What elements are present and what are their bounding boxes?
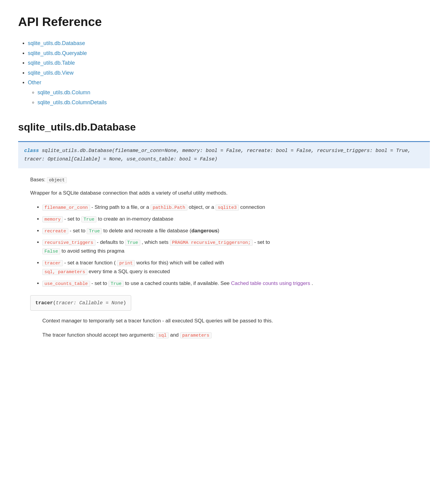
toc-link-view[interactable]: sqlite_utils.db.View (28, 70, 73, 76)
param-tracer: tracer - set a tracer function ( print w… (42, 259, 430, 276)
tracer-method-params: tracer: Callable = None (56, 300, 123, 306)
param-sqlite3: sqlite3 (216, 205, 239, 211)
param-filename-or-conn: filename_or_conn - String path to a file… (42, 203, 430, 212)
toc-link-other[interactable]: Other (28, 79, 41, 86)
toc-link-database[interactable]: sqlite_utils.db.Database (28, 40, 85, 46)
toc-item-view: sqlite_utils.db.View (28, 69, 430, 77)
database-section-heading: sqlite_utils.db.Database (18, 119, 430, 135)
param-use-counts-table: use_counts_table - set to True to use a … (42, 279, 430, 288)
param-name-recursive-triggers: recursive_triggers (42, 240, 96, 246)
tracer-arg-sql: sql (156, 332, 169, 338)
param-pathlib: pathlib.Path (151, 205, 187, 211)
tracer-arg-parameters: parameters (180, 332, 212, 338)
param-counts-true: True (109, 281, 124, 287)
section-content: Bases: object Wrapper for a SQLite datab… (18, 176, 430, 339)
bases-value: object (47, 177, 67, 183)
param-pragma-code: PRAGMA recursive_triggers=on; (170, 240, 253, 246)
page-title: API Reference (18, 12, 430, 32)
params-list: filename_or_conn - String path to a file… (30, 203, 430, 288)
toc-item-table: sqlite_utils.db.Table (28, 59, 430, 67)
param-name-tracer: tracer (42, 260, 63, 266)
param-recursive-false: False (42, 248, 60, 254)
param-print-code: print (117, 260, 135, 266)
param-name-use-counts-table: use_counts_table (42, 281, 90, 287)
bases-label: Bases: (30, 177, 45, 182)
param-recreate: recreate - set to True to delete and rec… (42, 227, 430, 235)
class-description: Wrapper for a SQLite database connection… (30, 189, 430, 197)
toc-sublist-other: sqlite_utils.db.Column sqlite_utils.db.C… (28, 88, 430, 107)
toc-item-column: sqlite_utils.db.Column (37, 88, 430, 97)
toc-item-other: Other sqlite_utils.db.Column sqlite_util… (28, 78, 430, 107)
param-recursive-true: True (125, 240, 140, 246)
tracer-method-close-paren: ) (123, 300, 126, 306)
class-signature-box: class sqlite_utils.db.Database(filename_… (18, 141, 430, 168)
toc-link-table[interactable]: sqlite_utils.db.Table (28, 60, 75, 66)
tracer-description-1: Context manager to temporarily set a tra… (42, 317, 430, 325)
class-keyword: class (24, 148, 39, 154)
class-signature: sqlite_utils.db.Database(filename_or_con… (24, 148, 411, 162)
param-memory-true: True (81, 216, 96, 222)
toc-item-queryable: sqlite_utils.db.Queryable (28, 49, 430, 58)
toc-link-column[interactable]: sqlite_utils.db.Column (37, 89, 90, 95)
tracer-method-content: Context manager to temporarily set a tra… (30, 317, 430, 339)
param-recursive-triggers: recursive_triggers - defaults to True , … (42, 238, 430, 256)
toc-link-columndetails[interactable]: sqlite_utils.db.ColumnDetails (37, 99, 107, 105)
toc-link-queryable[interactable]: sqlite_utils.db.Queryable (28, 50, 87, 56)
toc-list: sqlite_utils.db.Database sqlite_utils.db… (18, 39, 430, 107)
tracer-method-box: tracer(tracer: Callable = None) (30, 295, 131, 311)
param-name-memory: memory (42, 216, 63, 222)
tracer-description-2: The tracer function should accept two ar… (42, 331, 430, 339)
param-name-recreate: recreate (42, 228, 68, 234)
link-cached-table-counts[interactable]: Cached table counts using triggers (231, 280, 310, 286)
toc-item-database: sqlite_utils.db.Database (28, 39, 430, 48)
bases-row: Bases: object (30, 176, 430, 184)
param-name-filename-or-conn: filename_or_conn (42, 205, 90, 211)
param-recreate-true: True (87, 228, 102, 234)
toc-item-columndetails: sqlite_utils.db.ColumnDetails (37, 98, 430, 107)
tracer-method-name: tracer (35, 300, 53, 306)
param-sql-parameters: sql, parameters (42, 269, 87, 275)
param-memory: memory - set to True to create an in-mem… (42, 215, 430, 224)
tracer-method-open-paren: ( (53, 300, 56, 306)
